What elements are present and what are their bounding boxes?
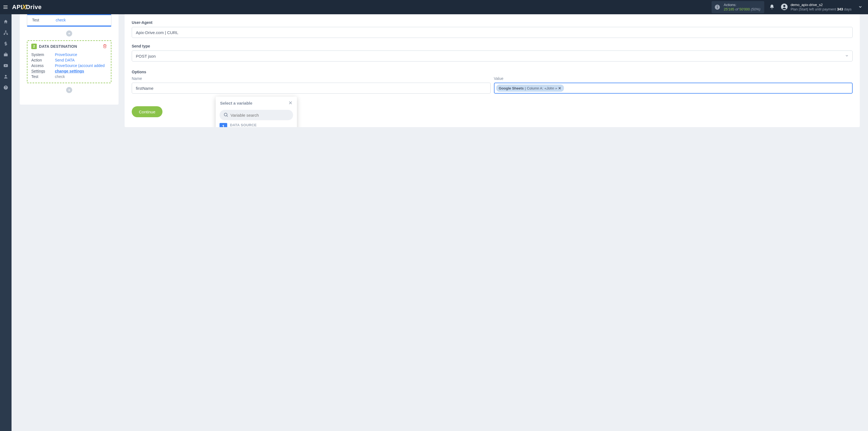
source-test-link[interactable]: check	[56, 18, 66, 22]
svg-point-15	[5, 75, 7, 76]
logo[interactable]: API X Drive	[12, 3, 42, 11]
dest-settings-link[interactable]: change settings	[55, 69, 84, 73]
datasource-step-badge: 1	[220, 123, 227, 127]
bell-icon[interactable]	[769, 4, 775, 10]
datasource-title: DATA SOURCE	[230, 123, 293, 127]
add-step-button[interactable]: +	[66, 30, 72, 36]
chevron-down-icon[interactable]	[858, 5, 863, 10]
variable-popover: Select a variable ✕ 1 DATA SOURCE Google…	[216, 97, 297, 127]
actions-pct: (50%)	[750, 7, 761, 11]
variable-search[interactable]	[220, 110, 293, 120]
user-icon[interactable]	[3, 74, 8, 79]
option-value-input[interactable]: Google Sheets | Column A: «John » ✕	[494, 83, 853, 94]
actions-label: Actions:	[724, 3, 761, 7]
dest-access-link[interactable]: ProveSource (account added	[55, 63, 104, 68]
send-type-label: Send type	[132, 44, 852, 48]
dest-action-link[interactable]: Send DATA	[55, 58, 75, 62]
dest-system-link[interactable]: ProveSource	[55, 53, 77, 57]
send-type-select[interactable]	[132, 51, 852, 61]
hamburger-icon[interactable]	[3, 4, 8, 10]
actions-total: 50'000	[739, 7, 750, 11]
logo-part1: API	[12, 4, 23, 11]
home-icon[interactable]	[3, 19, 8, 24]
svg-point-17	[5, 88, 6, 89]
variable-search-input[interactable]	[230, 113, 289, 118]
variable-pill[interactable]: Google Sheets | Column A: «John » ✕	[496, 85, 564, 92]
data-source-card: Test check	[27, 14, 112, 27]
actions-used: 25'185	[724, 7, 734, 11]
source-test-label: Test	[32, 18, 56, 22]
continue-button[interactable]: Continue	[132, 106, 162, 117]
avatar-icon	[781, 3, 788, 11]
sidebar	[0, 14, 11, 127]
dollar-icon[interactable]	[3, 41, 8, 46]
option-value-label: Value	[494, 76, 853, 81]
search-icon	[223, 112, 228, 118]
option-name-label: Name	[132, 76, 491, 81]
dest-test-text: check	[55, 74, 65, 79]
trash-icon[interactable]	[103, 44, 107, 49]
remove-pill-icon[interactable]: ✕	[558, 86, 561, 90]
svg-point-18	[224, 113, 227, 116]
close-icon[interactable]: ✕	[288, 100, 292, 106]
user-agent-label: User-Agent	[132, 20, 852, 25]
help-icon[interactable]	[3, 85, 8, 90]
actions-counter[interactable]: Actions: 25'185 of 50'000 (50%)	[712, 1, 764, 13]
settings-panel: User-Agent Send type Options Name Value …	[125, 14, 860, 127]
svg-rect-12	[4, 54, 8, 56]
step-badge: 2	[31, 44, 37, 49]
youtube-icon[interactable]	[3, 63, 8, 68]
popover-title: Select a variable	[220, 101, 288, 105]
svg-rect-9	[4, 34, 5, 35]
app-header: API X Drive Actions: 25'185 of 50'000 (5…	[0, 0, 868, 14]
user-agent-input[interactable]	[132, 27, 852, 38]
user-block[interactable]: demo_apix-drive_s2 Plan |Start| left unt…	[781, 3, 851, 11]
options-label: Options	[132, 70, 852, 74]
user-plan: Plan |Start| left until payment 343 days	[790, 7, 851, 11]
svg-line-19	[227, 116, 227, 116]
option-name-input[interactable]	[132, 83, 491, 94]
svg-rect-8	[5, 31, 7, 32]
dest-card-title: DATA DESTINATION	[39, 44, 100, 49]
svg-point-7	[783, 5, 785, 7]
briefcase-icon[interactable]	[3, 52, 8, 57]
add-step-button-2[interactable]: +	[66, 87, 72, 93]
sitemap-icon[interactable]	[3, 30, 8, 35]
svg-rect-10	[7, 34, 8, 35]
svg-rect-4	[717, 7, 718, 8]
logo-part2: Drive	[26, 4, 42, 11]
data-destination-card: 2 DATA DESTINATION SystemProveSource Act…	[27, 40, 112, 83]
user-name: demo_apix-drive_s2	[790, 3, 851, 7]
svg-point-5	[717, 5, 718, 6]
info-icon	[714, 4, 720, 10]
